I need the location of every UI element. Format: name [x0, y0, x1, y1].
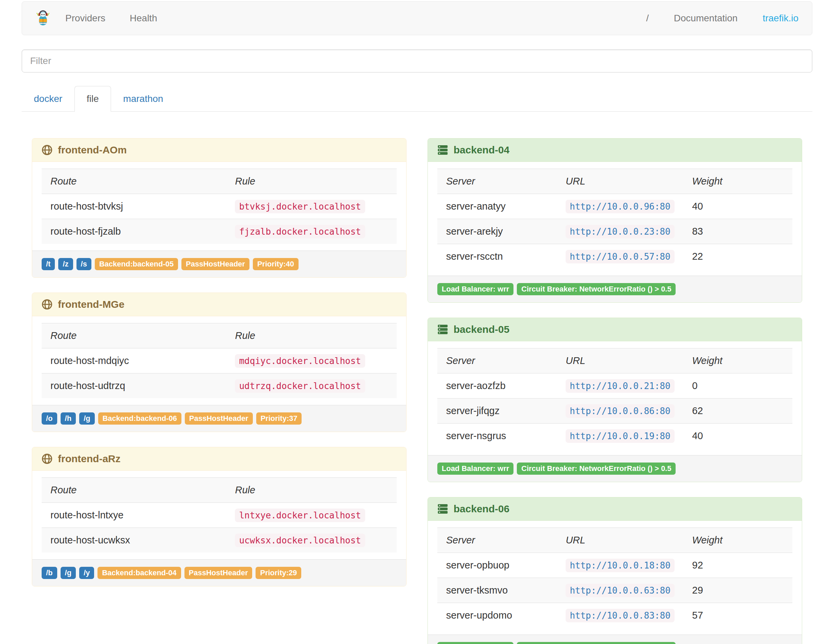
traefik-logo-icon[interactable]	[36, 10, 50, 26]
frontend-name: frontend-aRz	[58, 453, 121, 464]
filter-input[interactable]	[22, 49, 812, 73]
backend-card-body: Server URL Weight server-anatyy http://1…	[428, 162, 802, 276]
frontend-card-AOm: frontend-AOm Route Rule route-host-btvk	[32, 138, 407, 278]
table-row: route-host-udtrzq udtrzq.docker.localhos…	[42, 374, 397, 398]
server-url[interactable]: http://10.0.0.83:80	[566, 609, 674, 622]
backend-card-05: backend-05 Server URL Weight	[427, 317, 802, 482]
backend-card-06: backend-06 Server URL Weight	[427, 497, 802, 644]
routes-table: Route Rule route-host-mdqiyc mdqiyc.dock…	[42, 323, 397, 398]
server-weight: 40	[684, 424, 792, 449]
server-name: server-arekjy	[437, 219, 557, 244]
frontend-card-footer: /b /g /y Backend:backend-04 PassHostHead…	[32, 559, 406, 586]
server-url[interactable]: http://10.0.0.96:80	[566, 200, 674, 213]
server-url[interactable]: http://10.0.0.19:80	[566, 429, 674, 443]
priority-badge: Priority:37	[256, 413, 302, 425]
table-row: route-host-btvksj btvksj.docker.localhos…	[42, 194, 397, 219]
entrypoint-badge: /g	[61, 567, 76, 579]
rule-value: btvksj.docker.localhost	[235, 200, 365, 213]
server-weight: 40	[684, 194, 792, 219]
frontend-card-body: Route Rule route-host-lntxye lntxye.dock…	[32, 471, 406, 559]
rule-value: mdqiyc.docker.localhost	[235, 354, 365, 368]
load-balancer-badge: Load Balancer: wrr	[437, 463, 514, 475]
server-name: server-tksmvo	[437, 578, 557, 603]
server-icon	[437, 145, 448, 155]
server-weight: 29	[684, 578, 792, 603]
server-name: server-opbuop	[437, 553, 557, 578]
priority-badge: Priority:40	[253, 258, 299, 270]
rule-value: ucwksx.docker.localhost	[235, 534, 365, 547]
servers-table: Server URL Weight server-opbuop http://1…	[437, 527, 792, 628]
navbar: Providers Health / Documentation traefik…	[22, 2, 812, 35]
server-url[interactable]: http://10.0.0.21:80	[566, 379, 674, 393]
backend-card-body: Server URL Weight server-aozfzb http://1…	[428, 341, 802, 455]
table-row: server-nsgrus http://10.0.0.19:80 40	[437, 424, 792, 449]
nav-link-documentation[interactable]: Documentation	[674, 13, 737, 24]
backend-name: backend-06	[454, 503, 509, 515]
globe-icon	[42, 299, 52, 310]
nav-link-health[interactable]: Health	[129, 13, 157, 24]
table-row: route-host-ucwksx ucwksx.docker.localhos…	[42, 528, 397, 553]
nav-link-providers[interactable]: Providers	[65, 13, 105, 24]
traefik-mascot-icon	[36, 10, 50, 26]
entrypoint-badge: /h	[61, 413, 76, 425]
column-header-server: Server	[437, 348, 557, 374]
table-row: route-host-fjzalb fjzalb.docker.localhos…	[42, 219, 397, 244]
server-name: server-nsgrus	[437, 424, 557, 449]
column-header-rule: Rule	[226, 478, 397, 503]
rule-value: lntxye.docker.localhost	[235, 508, 365, 522]
backend-card-footer: Load Balancer: wrr Circuit Breaker: Netw…	[428, 455, 802, 482]
backend-badge: Backend:backend-06	[98, 413, 181, 425]
routes-table: Route Rule route-host-btvksj btvksj.dock…	[42, 168, 397, 244]
provider-tabs: docker file marathon	[22, 86, 812, 112]
frontend-name: frontend-MGe	[58, 299, 124, 310]
table-row: route-host-mdqiyc mdqiyc.docker.localhos…	[42, 348, 397, 374]
routes-table: Route Rule route-host-lntxye lntxye.dock…	[42, 477, 397, 553]
server-weight: 0	[684, 374, 792, 398]
filter-bar	[22, 49, 812, 73]
backend-card-header: backend-06	[428, 497, 802, 521]
table-row: server-opbuop http://10.0.0.18:80 92	[437, 553, 792, 578]
backend-card-header: backend-05	[428, 318, 802, 341]
frontend-card-footer: /o /h /g Backend:backend-06 PassHostHead…	[32, 405, 406, 432]
server-weight: 83	[684, 219, 792, 244]
backend-card-footer: Load Balancer: wrr Circuit Breaker: Netw…	[428, 276, 802, 303]
table-row: server-updomo http://10.0.0.83:80 57	[437, 603, 792, 628]
load-balancer-badge: Load Balancer: wrr	[437, 642, 514, 644]
frontend-card-header: frontend-aRz	[32, 447, 406, 471]
column-header-weight: Weight	[684, 348, 792, 374]
server-url[interactable]: http://10.0.0.86:80	[566, 404, 674, 418]
server-url[interactable]: http://10.0.0.23:80	[566, 225, 674, 238]
page-container: Providers Health / Documentation traefik…	[0, 2, 834, 644]
server-weight: 62	[684, 398, 792, 424]
route-name: route-host-btvksj	[42, 194, 226, 219]
frontends-column: frontend-AOm Route Rule route-host-btvk	[32, 138, 407, 601]
backend-card-footer: Load Balancer: wrr Circuit Breaker: Netw…	[428, 634, 802, 644]
route-name: route-host-udtrzq	[42, 374, 226, 398]
backend-badge: Backend:backend-04	[97, 567, 181, 579]
server-name: server-updomo	[437, 603, 557, 628]
frontend-card-footer: /t /z /s Backend:backend-05 PassHostHead…	[32, 251, 406, 277]
entrypoint-badge: /g	[79, 413, 95, 425]
server-url[interactable]: http://10.0.0.63:80	[566, 584, 674, 597]
entrypoint-badge: /y	[79, 567, 94, 579]
table-row: server-rscctn http://10.0.0.57:80 22	[437, 244, 792, 269]
column-header-route: Route	[42, 324, 226, 348]
tab-docker[interactable]: docker	[22, 86, 74, 112]
servers-table: Server URL Weight server-aozfzb http://1…	[437, 348, 792, 448]
tab-marathon[interactable]: marathon	[111, 86, 175, 112]
route-name: route-host-mdqiyc	[42, 348, 226, 374]
frontend-card-aRz: frontend-aRz Route Rule route-host-lntx	[32, 447, 407, 586]
rule-value: udtrzq.docker.localhost	[235, 379, 365, 393]
server-url[interactable]: http://10.0.0.57:80	[566, 250, 674, 264]
nav-link-traefik-io[interactable]: traefik.io	[763, 13, 798, 24]
entrypoint-badge: /o	[42, 413, 57, 425]
passhostheader-badge: PassHostHeader	[181, 258, 249, 270]
column-header-rule: Rule	[226, 169, 397, 194]
frontend-name: frontend-AOm	[58, 144, 127, 156]
tab-file[interactable]: file	[74, 86, 111, 112]
server-url[interactable]: http://10.0.0.18:80	[566, 559, 674, 572]
entrypoint-badge: /b	[42, 567, 57, 579]
server-weight: 22	[684, 244, 792, 269]
frontend-card-body: Route Rule route-host-mdqiyc mdqiyc.dock…	[32, 316, 406, 405]
backend-card-body: Server URL Weight server-opbuop http://1…	[428, 521, 802, 634]
